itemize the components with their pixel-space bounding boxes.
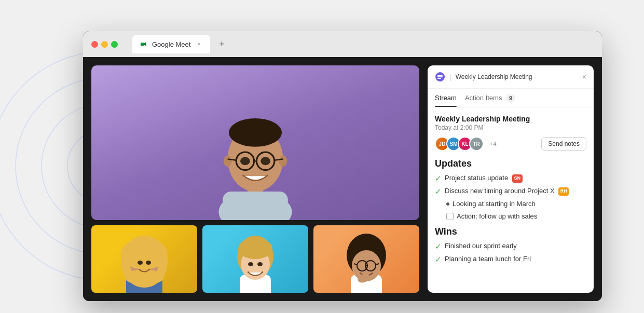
note-item-5: ✓ Finished our sprint early	[435, 241, 586, 251]
traffic-lights	[91, 41, 118, 48]
notes-header-title: Weekly Leadership Meeting	[456, 73, 532, 80]
notes-panel: | Weekly Leadership Meeting × Stream Act…	[428, 65, 594, 293]
tab-label: Google Meet	[152, 40, 190, 48]
check-icon-2: ✓	[435, 187, 442, 196]
note-item-1: ✓ Project status update SN	[435, 173, 586, 183]
updates-section-title: Updates	[435, 158, 586, 169]
meeting-time: Today at 2:00 PM	[435, 124, 586, 131]
extra-attendees-count: +4	[490, 141, 497, 147]
send-notes-button[interactable]: Send notes	[541, 137, 586, 151]
note-text-2: Discuss new timing around Project X RH	[445, 186, 586, 196]
check-icon-4: ✓	[435, 255, 442, 264]
browser-content: | Weekly Leadership Meeting × Stream Act…	[83, 57, 602, 301]
user-badge-rh: RH	[558, 187, 569, 196]
tab-bar: Google Meet × +	[132, 35, 594, 53]
google-meet-favicon	[140, 40, 148, 48]
google-meet-tab[interactable]: Google Meet ×	[132, 35, 210, 53]
main-participant-avatar	[91, 65, 419, 220]
user-badge-sn: SN	[512, 174, 523, 183]
svg-point-19	[279, 155, 287, 167]
notes-body: Weekly Leadership Meeting Today at 2:00 …	[428, 107, 594, 293]
video-area	[83, 57, 428, 301]
notes-app-icon	[435, 72, 445, 82]
action-items-badge: 9	[506, 94, 515, 102]
note-text-1: Project status update SN	[445, 173, 586, 183]
svg-rect-15	[223, 192, 287, 220]
note-item-4: Action: follow up with sales	[446, 212, 586, 221]
avatar-4: TR	[469, 137, 484, 151]
svg-point-26	[240, 157, 250, 165]
thumbnail-1	[91, 225, 197, 293]
participant-3-avatar	[313, 225, 419, 293]
thumbnail-2	[202, 225, 308, 293]
notes-panel-header: | Weekly Leadership Meeting ×	[428, 65, 594, 89]
svg-point-20	[229, 118, 282, 147]
tab-action-items[interactable]: Action Items 9	[465, 89, 515, 107]
participant-2-avatar	[202, 225, 308, 293]
browser-window: Google Meet × +	[83, 31, 602, 301]
browser-chrome: Google Meet × +	[83, 31, 602, 57]
svg-point-38	[238, 238, 272, 259]
meeting-title: Weekly Leadership Meeting	[435, 115, 586, 123]
note-item-6: ✓ Planning a team lunch for Fri	[435, 254, 586, 264]
main-video	[91, 65, 419, 220]
bullet-dot-1	[446, 202, 449, 206]
action-checkbox-1[interactable]	[446, 213, 454, 220]
check-icon-3: ✓	[435, 242, 442, 251]
minimize-traffic-light[interactable]	[101, 41, 108, 48]
notes-header-separator: |	[449, 73, 451, 81]
close-traffic-light[interactable]	[91, 41, 98, 48]
wins-section-title: Wins	[435, 226, 586, 237]
tab-close-button[interactable]: ×	[195, 40, 203, 48]
svg-point-34	[146, 261, 151, 265]
attendees-row: JD SM KL TR +4 Send notes	[435, 137, 586, 151]
notes-header-left: | Weekly Leadership Meeting	[435, 72, 578, 82]
svg-point-18	[224, 155, 232, 167]
svg-point-27	[261, 157, 270, 165]
new-tab-button[interactable]: +	[214, 37, 229, 51]
check-icon-1: ✓	[435, 174, 442, 183]
main-video-background	[91, 65, 419, 220]
maximize-traffic-light[interactable]	[111, 41, 118, 48]
note-item-2: ✓ Discuss new timing around Project X RH	[435, 186, 586, 196]
svg-point-39	[248, 262, 253, 266]
svg-point-33	[138, 261, 143, 265]
notes-close-button[interactable]: ×	[582, 73, 586, 81]
participant-1-avatar	[91, 225, 197, 293]
notes-tabs: Stream Action Items 9	[428, 89, 594, 107]
svg-point-31	[121, 238, 168, 269]
attendees-avatars: JD SM KL TR	[435, 137, 484, 151]
note-item-3: Looking at starting in March	[446, 199, 586, 209]
thumbnail-3	[313, 225, 419, 293]
svg-point-40	[257, 262, 263, 266]
tab-stream[interactable]: Stream	[435, 89, 457, 107]
thumbnail-row	[91, 225, 419, 293]
